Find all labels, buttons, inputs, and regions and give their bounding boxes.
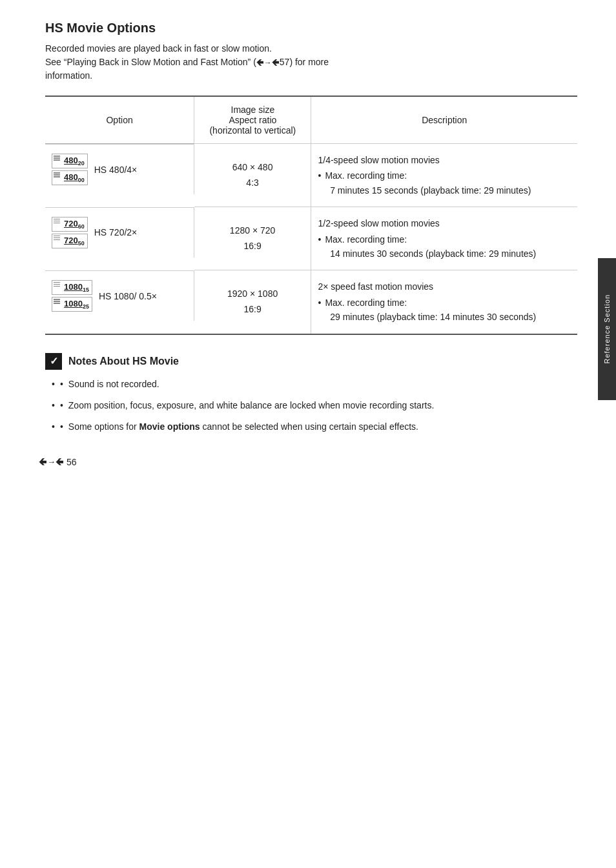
desc-cell: 1/4-speed slow motion movies•Max. record… bbox=[311, 144, 577, 207]
col-header-description: Description bbox=[311, 96, 577, 144]
notes-title: Notes About HS Movie bbox=[68, 356, 179, 367]
notes-list: •Sound is not recorded.•Zoom position, f… bbox=[45, 378, 577, 434]
table-row: 108015108025HS 1080/ 0.5× bbox=[45, 270, 194, 321]
option-label: HS 1080/ 0.5× bbox=[99, 291, 157, 301]
list-item: •Max. recording time: 14 minutes 30 seco… bbox=[318, 232, 571, 261]
size-cell: 1920 × 108016:9 bbox=[194, 270, 311, 334]
page-title: HS Movie Options bbox=[45, 21, 577, 35]
intro-paragraph: Recorded movies are played back in fast … bbox=[45, 42, 577, 83]
table-row: 7206072050HS 720/2× bbox=[45, 207, 194, 257]
desc-cell: 2× speed fast motion movies•Max. recordi… bbox=[311, 270, 577, 334]
desc-main: 2× speed fast motion movies bbox=[318, 279, 571, 294]
resolution-badge: 48000 bbox=[52, 170, 88, 185]
intro-line2-start: See “Playing Back in Slow Motion and Fas… bbox=[45, 57, 256, 67]
desc-main: 1/2-speed slow motion movies bbox=[318, 216, 571, 230]
notes-header: ✓ Notes About HS Movie bbox=[45, 353, 577, 370]
badge-group: 7206072050 bbox=[52, 217, 88, 248]
resolution-badge: 48020 bbox=[52, 154, 88, 168]
page-ref-icon: 🡸→🡸 bbox=[256, 58, 280, 67]
notes-section: ✓ Notes About HS Movie •Sound is not rec… bbox=[45, 353, 577, 434]
size-cell: 640 × 4804:3 bbox=[194, 144, 311, 207]
note-item: •Some options for Movie options cannot b… bbox=[52, 420, 577, 434]
intro-ref-num: 57) for more bbox=[280, 57, 329, 67]
footer-icon: 🡸→🡸 bbox=[39, 457, 64, 467]
intro-line1: Recorded movies are played back in fast … bbox=[45, 43, 272, 54]
desc-main: 1/4-speed slow motion movies bbox=[318, 153, 571, 167]
resolution-badge: 108025 bbox=[52, 297, 92, 312]
note-item: •Sound is not recorded. bbox=[52, 378, 577, 391]
list-item: •Max. recording time: 29 minutes (playba… bbox=[318, 296, 571, 325]
size-cell: 1280 × 72016:9 bbox=[194, 207, 311, 270]
badge-group: 108015108025 bbox=[52, 280, 92, 312]
intro-line2-end: information. bbox=[45, 70, 92, 81]
list-item: •Max. recording time: 7 minutes 15 secon… bbox=[318, 168, 571, 197]
option-label: HS 720/2× bbox=[94, 227, 138, 237]
page-content: HS Movie Options Recorded movies are pla… bbox=[0, 0, 616, 480]
options-table: Option Image sizeAspect ratio(horizontal… bbox=[45, 96, 577, 335]
resolution-badge: 72050 bbox=[52, 234, 88, 248]
badge-group: 4802048000 bbox=[52, 154, 88, 185]
footer-page-num: 56 bbox=[67, 457, 77, 467]
sidebar-label: Reference Section bbox=[598, 258, 616, 400]
col-header-size: Image sizeAspect ratio(horizontal to ver… bbox=[194, 96, 311, 144]
desc-bullets: •Max. recording time: 7 minutes 15 secon… bbox=[318, 168, 571, 197]
desc-bullets: •Max. recording time: 29 minutes (playba… bbox=[318, 296, 571, 325]
desc-cell: 1/2-speed slow motion movies•Max. record… bbox=[311, 207, 577, 270]
table-row: 4802048000HS 480/4× bbox=[45, 144, 194, 194]
option-label: HS 480/4× bbox=[94, 165, 138, 175]
resolution-badge: 108015 bbox=[52, 280, 92, 295]
note-item: •Zoom position, focus, exposure, and whi… bbox=[52, 399, 577, 412]
resolution-badge: 72060 bbox=[52, 217, 88, 232]
checkmark-icon: ✓ bbox=[45, 353, 62, 370]
desc-bullets: •Max. recording time: 14 minutes 30 seco… bbox=[318, 232, 571, 261]
col-header-option: Option bbox=[45, 96, 194, 144]
page-footer: 🡸→🡸 56 bbox=[39, 457, 77, 467]
